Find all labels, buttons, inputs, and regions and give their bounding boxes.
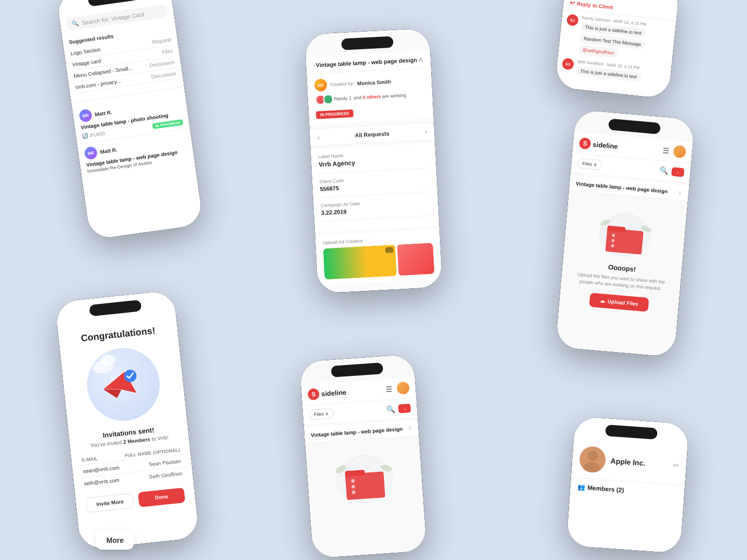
files2-filter-pill[interactable]: Files ∨	[309, 408, 334, 420]
files2-header-icons: ☰	[385, 382, 410, 396]
upload-files-button[interactable]: ☁ Upload Files	[589, 293, 649, 312]
files2-illustration	[305, 436, 423, 509]
nav-prev-icon[interactable]: ‹	[317, 133, 320, 141]
files-filter-pill[interactable]: Files ∨	[577, 158, 603, 171]
oops-title: Oooops!	[608, 263, 637, 273]
folder-svg	[592, 204, 658, 261]
folder2-svg	[329, 446, 400, 508]
worker-avatar-2	[323, 94, 334, 105]
members-icon: 👥	[577, 483, 586, 491]
form-client-code: Client Code 556875	[320, 173, 431, 198]
svg-rect-8	[605, 228, 644, 255]
search-input-text: Search for: Vintage Card	[81, 11, 144, 26]
files-header-icons: ☰	[662, 144, 686, 159]
nav-next-icon[interactable]: ›	[424, 128, 427, 136]
done-button[interactable]: Done	[138, 487, 186, 507]
avatar-matt-r-2: MR	[84, 146, 98, 160]
files2-logo: S sideline	[308, 386, 347, 400]
task-form: Label Name Vrrb Agency Client Code 55687…	[311, 143, 439, 232]
user-avatar[interactable]	[673, 145, 686, 159]
user-avatar2[interactable]	[396, 382, 410, 395]
chat-message-1: RJ Randy Johnson MAR 18, 4:15 PM This is…	[563, 14, 671, 64]
task-upload-section: Upload Ad Creative ...	[315, 229, 442, 285]
paper-plane-icon	[95, 359, 146, 410]
apple-info: Apple Inc.	[611, 457, 646, 468]
files-logo: S sideline	[579, 137, 618, 152]
project-chevron-icon: ∨	[677, 189, 683, 197]
hamburger2-icon[interactable]: ☰	[386, 385, 393, 394]
task-creator: MS Created by: Monica Smith	[314, 74, 425, 92]
hamburger-icon[interactable]: ☰	[662, 146, 670, 155]
status-badge-progress: IN PROGRESS	[153, 119, 184, 129]
oops-desc: Upload the files you want to share with …	[571, 271, 670, 292]
phone-apple: Apple Inc. ✏ 👥 Members (2)	[566, 416, 689, 554]
bookmark2-icon[interactable]: 🔖	[398, 403, 411, 413]
search-icon[interactable]: 🔍	[659, 166, 669, 175]
task-info: MS Created by: Monica Smith Randy J. and…	[307, 68, 434, 124]
expand-chevron-icon: ∧	[418, 55, 424, 64]
folder-illustration	[592, 204, 658, 261]
sideline-logo-icon: S	[579, 137, 591, 150]
edit-icon[interactable]: ✏	[672, 461, 679, 470]
project2-chevron-icon: ∨	[407, 424, 412, 432]
avatar-monica: MS	[314, 79, 327, 92]
more-section[interactable]: More	[96, 531, 134, 550]
chat-messages: RJ Randy Johnson MAR 18, 4:15 PM This is…	[555, 9, 676, 94]
suggested-section: Suggested results Logo Section Request V…	[62, 20, 184, 98]
bookmark-icon[interactable]: 🔖	[671, 167, 684, 177]
form-campaign-date: Campaign Air Date 3.22.2019	[321, 197, 432, 221]
upload-image-1: ...	[323, 245, 397, 279]
upload-preview[interactable]: ...	[323, 243, 435, 279]
avatar-seth: SG	[562, 58, 574, 70]
phone-files: S sideline ☰ Files ∨ 🔍 🔖 Vintage table l…	[555, 109, 695, 357]
task-workers: Randy J. and 5 others are working	[315, 89, 425, 105]
congrats-content: Congratulations!	[57, 313, 197, 524]
phone-task-detail: ‹ Vintage table lamp - web page design ∧…	[305, 28, 442, 293]
phone-search: 🔍 Search for: Vintage Card Suggested res…	[56, 0, 204, 240]
back-arrow-icon: ↩	[570, 0, 575, 7]
chevron-down-icon: ∨	[593, 162, 598, 167]
task-status-badge: IN PROGRESS	[316, 109, 353, 119]
congrats-actions: Invite More Done	[84, 487, 187, 513]
files-empty-state: Oooops! Upload the files you want to sha…	[558, 191, 688, 323]
chevron-down2-icon: ∨	[325, 411, 329, 416]
search-icon: 🔍	[71, 20, 79, 27]
sideline-logo2-icon: S	[308, 388, 320, 400]
avatar-matt-r: MR	[78, 108, 92, 122]
apple-avatar	[579, 445, 606, 473]
upload-image-2	[397, 243, 434, 276]
phone-congrats: Congratulations!	[55, 290, 200, 550]
search2-icon[interactable]: 🔍	[386, 404, 395, 413]
congrats-globe	[84, 344, 163, 424]
congrats-illustration	[84, 344, 163, 424]
task-nav[interactable]: ‹ All Requests ›	[310, 122, 435, 147]
upload-icon: ☁	[600, 298, 605, 304]
form-label-name: Label Name Vrrb Agency	[318, 148, 429, 174]
bubble-mention: @sethgeoffrion	[578, 45, 618, 58]
avatar-randy: RJ	[566, 14, 579, 26]
phone-chat: ↩ Reply to Client RJ Randy Johnson MAR 1…	[555, 0, 680, 99]
congrats-title: Congratulations!	[66, 324, 170, 346]
phone-files2: S sideline ☰ Files ∨ 🔍 🔖 Vintage table l…	[299, 354, 427, 558]
person-icon	[579, 445, 606, 473]
invite-more-button[interactable]: Invite More	[86, 493, 134, 513]
worker-avatars	[315, 94, 331, 105]
